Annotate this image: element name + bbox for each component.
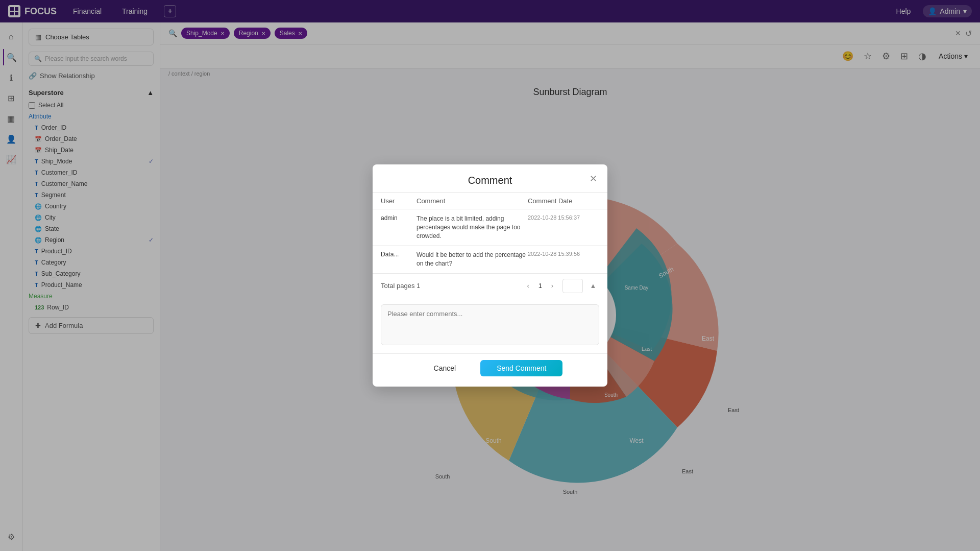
col-date: Comment Date (528, 197, 599, 205)
comment-text-1: The place is a bit limited, adding perce… (416, 214, 528, 240)
comment-user-1: admin (381, 214, 416, 222)
current-page: 1 (538, 282, 542, 290)
comment-textarea[interactable] (381, 304, 599, 345)
next-page-button[interactable]: › (546, 280, 558, 292)
modal-close-button[interactable]: ✕ (587, 173, 599, 185)
comment-text-2: Would it be better to add the percentage… (416, 251, 528, 268)
modal-body: User Comment Comment Date admin The plac… (373, 193, 607, 273)
comment-table-header: User Comment Comment Date (373, 193, 607, 209)
modal-overlay[interactable]: Comment ✕ User Comment Comment Date admi… (0, 0, 980, 551)
comment-row-2: Data... Would it be better to add the pe… (373, 246, 607, 273)
comment-row-1: admin The place is a bit limited, adding… (373, 209, 607, 246)
comment-date-1: 2022-10-28 15:56:37 (528, 214, 599, 221)
comment-date-2: 2022-10-28 15:39:56 (528, 251, 599, 257)
comment-input-area (373, 298, 607, 353)
cancel-button[interactable]: Cancel (418, 360, 473, 376)
col-user: User (381, 197, 416, 205)
comment-user-2: Data... (381, 251, 416, 258)
pagination-controls: ‹ 1 › ▲ (522, 279, 599, 293)
page-jump-input[interactable] (562, 279, 583, 293)
comment-modal: Comment ✕ User Comment Comment Date admi… (373, 164, 607, 387)
modal-header: Comment ✕ (373, 164, 607, 193)
send-comment-button[interactable]: Send Comment (480, 360, 562, 376)
jump-up-button[interactable]: ▲ (587, 280, 599, 292)
prev-page-button[interactable]: ‹ (522, 280, 534, 292)
modal-title: Comment (468, 175, 512, 186)
pagination-row: Total pages 1 ‹ 1 › ▲ (373, 273, 607, 298)
modal-footer: Cancel Send Comment (373, 353, 607, 387)
col-comment: Comment (416, 197, 528, 205)
total-pages-label: Total pages 1 (381, 282, 420, 290)
